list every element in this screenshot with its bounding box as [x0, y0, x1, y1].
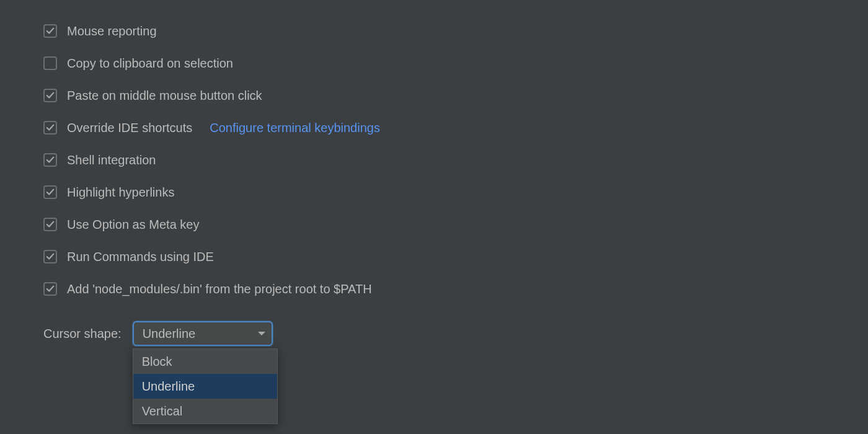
check-icon	[46, 156, 55, 164]
chevron-down-icon	[258, 332, 265, 335]
row-override-shortcuts: Override IDE shortcuts Configure termina…	[43, 112, 825, 144]
checkbox-paste-middle[interactable]	[43, 89, 57, 102]
label-cursor-shape: Cursor shape:	[43, 327, 122, 341]
checkbox-option-meta[interactable]	[43, 218, 57, 231]
cursor-shape-option-block[interactable]: Block	[133, 349, 277, 374]
check-icon	[46, 285, 55, 293]
check-icon	[46, 91, 55, 100]
cursor-shape-option-underline[interactable]: Underline	[133, 374, 277, 399]
cursor-shape-value: Underline	[143, 327, 258, 341]
cursor-shape-option-vertical[interactable]: Vertical	[133, 399, 277, 423]
check-icon	[46, 123, 55, 132]
label-copy-clipboard[interactable]: Copy to clipboard on selection	[67, 56, 233, 71]
cursor-shape-dropdown: Block Underline Vertical	[133, 348, 278, 424]
label-run-commands-ide[interactable]: Run Commands using IDE	[67, 250, 214, 264]
cursor-shape-select-wrap: Underline Block Underline Vertical	[133, 321, 273, 346]
terminal-settings-panel: Mouse reporting Copy to clipboard on sel…	[0, 0, 868, 361]
checkbox-mouse-reporting[interactable]	[43, 24, 57, 38]
checkbox-copy-clipboard[interactable]	[43, 56, 57, 70]
row-run-commands-ide: Run Commands using IDE	[43, 241, 825, 273]
row-cursor-shape: Cursor shape: Underline Block Underline …	[43, 321, 825, 346]
check-icon	[46, 220, 55, 229]
checkbox-shell-integration[interactable]	[43, 153, 57, 167]
label-highlight-links[interactable]: Highlight hyperlinks	[67, 185, 174, 200]
row-mouse-reporting: Mouse reporting	[43, 15, 825, 47]
label-shell-integration[interactable]: Shell integration	[67, 153, 156, 167]
label-mouse-reporting[interactable]: Mouse reporting	[67, 24, 157, 38]
label-add-node-bin[interactable]: Add 'node_modules/.bin' from the project…	[67, 282, 372, 296]
row-add-node-bin: Add 'node_modules/.bin' from the project…	[43, 273, 825, 305]
checkbox-run-commands-ide[interactable]	[43, 250, 57, 264]
checkbox-override-shortcuts[interactable]	[43, 121, 57, 135]
row-paste-middle: Paste on middle mouse button click	[43, 79, 825, 112]
row-shell-integration: Shell integration	[43, 144, 825, 176]
label-paste-middle[interactable]: Paste on middle mouse button click	[67, 89, 262, 103]
check-icon	[46, 252, 55, 261]
row-highlight-links: Highlight hyperlinks	[43, 176, 825, 208]
checkbox-add-node-bin[interactable]	[43, 282, 57, 296]
check-icon	[46, 27, 55, 35]
check-icon	[46, 188, 55, 197]
row-copy-clipboard: Copy to clipboard on selection	[43, 47, 825, 79]
link-configure-keybindings[interactable]: Configure terminal keybindings	[210, 121, 380, 135]
label-override-shortcuts[interactable]: Override IDE shortcuts	[67, 121, 192, 135]
label-option-meta[interactable]: Use Option as Meta key	[67, 218, 199, 232]
row-option-meta: Use Option as Meta key	[43, 208, 825, 241]
checkbox-highlight-links[interactable]	[43, 185, 57, 199]
cursor-shape-select[interactable]: Underline	[133, 321, 273, 346]
